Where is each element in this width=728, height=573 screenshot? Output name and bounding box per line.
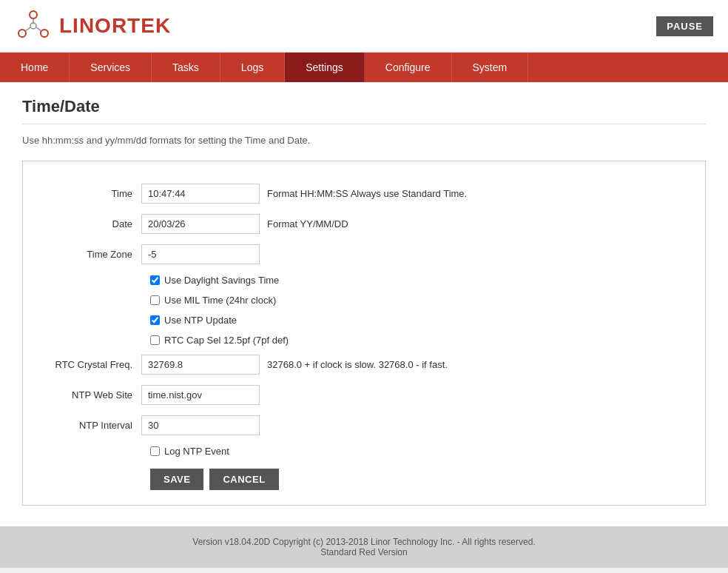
main-nav: Home Services Tasks Logs Settings Config… bbox=[0, 53, 728, 82]
footer-line1: Version v18.04.20D Copyright (c) 2013-20… bbox=[7, 537, 721, 547]
logo: LINORTEK bbox=[15, 7, 171, 44]
date-note: Format YY/MM/DD bbox=[267, 218, 348, 229]
date-input[interactable] bbox=[141, 214, 260, 234]
svg-point-1 bbox=[18, 30, 26, 37]
nav-tasks[interactable]: Tasks bbox=[152, 53, 220, 82]
date-row: Date Format YY/MM/DD bbox=[38, 214, 690, 234]
nav-system[interactable]: System bbox=[452, 53, 529, 82]
logo-text-normal: LINOR bbox=[59, 14, 127, 37]
nav-settings[interactable]: Settings bbox=[285, 53, 365, 82]
miltime-row: Use MIL Time (24hr clock) bbox=[150, 295, 690, 306]
save-button[interactable]: SAVE bbox=[150, 469, 203, 490]
nav-home[interactable]: Home bbox=[0, 53, 70, 82]
nav-services[interactable]: Services bbox=[70, 53, 152, 82]
miltime-label: Use MIL Time (24hr clock) bbox=[164, 295, 276, 306]
page-title: Time/Date bbox=[22, 97, 706, 124]
miltime-checkbox[interactable] bbox=[150, 295, 160, 305]
rtc-cap-checkbox[interactable] bbox=[150, 335, 160, 345]
svg-line-5 bbox=[25, 27, 30, 31]
svg-point-2 bbox=[41, 30, 48, 37]
logo-text: LINORTEK bbox=[59, 14, 171, 38]
time-date-form: Time Format HH:MM:SS Always use Standard… bbox=[22, 161, 706, 506]
rtc-crystal-input[interactable] bbox=[141, 355, 260, 375]
timezone-label: Time Zone bbox=[38, 249, 141, 260]
ntp-interval-input[interactable] bbox=[141, 415, 260, 435]
ntp-interval-row: NTP Interval bbox=[38, 415, 690, 435]
timezone-input[interactable] bbox=[141, 244, 260, 264]
ntp-interval-label: NTP Interval bbox=[38, 420, 141, 431]
rtc-cap-row: RTC Cap Sel 12.5pf (7pf def) bbox=[150, 335, 690, 346]
ntp-update-row: Use NTP Update bbox=[150, 315, 690, 326]
rtc-crystal-label: RTC Crystal Freq. bbox=[38, 359, 141, 370]
date-label: Date bbox=[38, 218, 141, 229]
footer-line2: Standard Red Version bbox=[7, 547, 721, 557]
dst-row: Use Daylight Savings Time bbox=[150, 275, 690, 286]
svg-line-6 bbox=[36, 27, 41, 31]
ntp-website-label: NTP Web Site bbox=[38, 389, 141, 401]
page-subtitle: Use hh:mm:ss and yy/mm/dd formats for se… bbox=[22, 135, 706, 146]
rtc-crystal-row: RTC Crystal Freq. 32768.0 + if clock is … bbox=[38, 355, 690, 375]
ntp-update-label: Use NTP Update bbox=[164, 315, 237, 326]
timezone-row: Time Zone bbox=[38, 244, 690, 264]
form-buttons: SAVE CANCEL bbox=[150, 469, 690, 490]
page-content: Time/Date Use hh:mm:ss and yy/mm/dd form… bbox=[0, 82, 728, 526]
time-input[interactable] bbox=[141, 184, 260, 204]
nav-configure[interactable]: Configure bbox=[365, 53, 452, 82]
time-row: Time Format HH:MM:SS Always use Standard… bbox=[38, 184, 690, 204]
ntp-update-checkbox[interactable] bbox=[150, 315, 160, 325]
time-note: Format HH:MM:SS Always use Standard Time… bbox=[267, 188, 467, 199]
pause-button[interactable]: PAUSE bbox=[656, 16, 713, 36]
rtc-cap-label: RTC Cap Sel 12.5pf (7pf def) bbox=[164, 335, 289, 346]
time-label: Time bbox=[38, 188, 141, 199]
footer: Version v18.04.20D Copyright (c) 2013-20… bbox=[0, 526, 728, 568]
logo-text-accent: TEK bbox=[127, 14, 171, 37]
log-ntp-checkbox[interactable] bbox=[150, 446, 160, 456]
log-ntp-label: Log NTP Event bbox=[164, 446, 229, 457]
svg-point-0 bbox=[30, 11, 37, 19]
header: LINORTEK PAUSE bbox=[0, 0, 728, 53]
ntp-website-input[interactable] bbox=[141, 385, 260, 405]
log-ntp-row: Log NTP Event bbox=[150, 446, 690, 457]
cancel-button[interactable]: CANCEL bbox=[209, 469, 278, 490]
ntp-website-row: NTP Web Site bbox=[38, 385, 690, 405]
rtc-crystal-note: 32768.0 + if clock is slow. 32768.0 - if… bbox=[267, 359, 448, 370]
svg-point-3 bbox=[30, 23, 36, 29]
nav-logs[interactable]: Logs bbox=[220, 53, 285, 82]
dst-label: Use Daylight Savings Time bbox=[164, 275, 279, 286]
logo-icon bbox=[15, 7, 52, 44]
dst-checkbox[interactable] bbox=[150, 275, 160, 285]
